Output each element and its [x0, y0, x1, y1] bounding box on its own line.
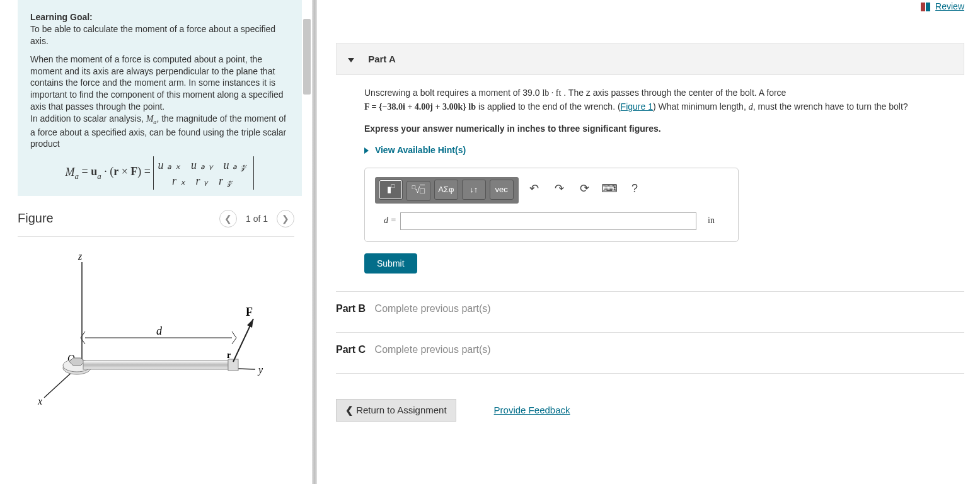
review-icon: [926, 3, 930, 11]
vec-button[interactable]: vec: [490, 180, 514, 200]
axis-x-label: x: [37, 396, 42, 406]
pane-divider[interactable]: [312, 0, 317, 484]
templates-button[interactable]: ▮□: [379, 180, 403, 200]
force-F-label: F: [246, 306, 253, 318]
equation-toolbar: ▮□ □√□ ΑΣφ ↓↑ vec: [375, 177, 519, 203]
right-panel: Review Part A Unscrewing a bolt requires…: [317, 0, 980, 484]
answer-lhs: d =: [375, 214, 400, 227]
submit-button[interactable]: Submit: [364, 253, 417, 274]
figure-link[interactable]: Figure 1: [621, 101, 653, 112]
learning-goal-heading: Learning Goal:: [30, 12, 93, 22]
part-b-row: Part B Complete previous part(s): [336, 292, 964, 314]
axis-y-label: y: [257, 364, 263, 376]
left-panel: Learning Goal: To be able to calculate t…: [0, 0, 312, 484]
figure-prev-button[interactable]: ❮: [219, 210, 237, 228]
chevron-right-icon: [364, 147, 369, 154]
redo-button[interactable]: ↷: [550, 179, 568, 198]
learning-goal-box: Learning Goal: To be able to calculate t…: [18, 0, 302, 196]
scrollbar-thumb[interactable]: [303, 19, 311, 95]
part-c-row: Part C Complete previous part(s): [336, 333, 964, 355]
vector-r-label: r: [227, 350, 231, 360]
root-button[interactable]: □√□: [406, 181, 430, 201]
reset-button[interactable]: ⟳: [575, 179, 594, 198]
moment-formula: Ma = ua · (r × F) = uₐₓ uₐᵧ uₐ𝓏 rₓ rᵧ r𝓏: [30, 150, 289, 190]
answer-box: ▮□ □√□ ΑΣφ ↓↑ vec ↶ ↷ ⟳ ⌨ ? d = in: [364, 168, 739, 241]
return-button[interactable]: ❮ Return to Assignment: [336, 399, 456, 422]
figure-diagram: z x y O d F r: [32, 250, 287, 409]
chevron-down-icon: [348, 58, 354, 62]
keyboard-button[interactable]: ⌨: [600, 179, 619, 198]
theory-para-1: When the moment of a force is computed a…: [30, 54, 289, 113]
figure-heading: Figure: [18, 211, 54, 226]
provide-feedback-link[interactable]: Provide Feedback: [494, 405, 570, 415]
help-button[interactable]: ?: [625, 179, 644, 198]
dim-d-label: d: [156, 325, 163, 337]
theory-para-2: In addition to scalar analysis, Ma, the …: [30, 113, 289, 150]
view-hints-link[interactable]: View Available Hint(s): [364, 144, 953, 156]
figure-pager: 1 of 1: [246, 214, 268, 224]
answer-instruction: Express your answer numerically in inche…: [364, 122, 953, 135]
review-icon: [921, 3, 925, 11]
part-a-header[interactable]: Part A: [336, 43, 964, 75]
review-link[interactable]: Review: [935, 1, 964, 11]
question-text: Unscrewing a bolt requires a moment of 3…: [364, 86, 953, 113]
svg-marker-10: [247, 319, 253, 328]
axis-z-label: z: [78, 251, 83, 262]
greek-button[interactable]: ΑΣφ: [434, 180, 458, 200]
answer-input[interactable]: [400, 212, 696, 230]
svg-rect-6: [83, 360, 228, 369]
undo-button[interactable]: ↶: [524, 179, 543, 198]
learning-goal-text: To be able to calculate the moment of a …: [30, 23, 289, 47]
svg-marker-5: [69, 358, 84, 366]
answer-unit: in: [708, 214, 715, 227]
figure-next-button[interactable]: ❯: [277, 210, 294, 228]
updown-button[interactable]: ↓↑: [462, 180, 486, 200]
